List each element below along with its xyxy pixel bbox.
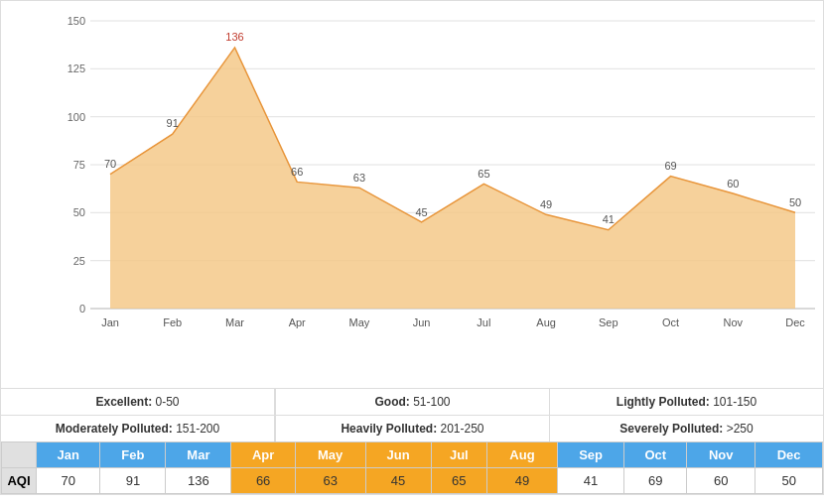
line-chart: 150 125 100 75 50 25 0 70 91 136 66 63 4…	[51, 11, 815, 348]
legend-good-label: Good:	[374, 395, 409, 409]
legend-excellent-label: Excellent:	[95, 395, 152, 409]
legend-good: Good: 51-100	[275, 389, 550, 415]
legend-severely-label: Severely Polluted:	[619, 422, 723, 436]
table-header-mar: Mar	[166, 442, 231, 468]
table-header-nov: Nov	[687, 442, 755, 468]
chart-area: 150 125 100 75 50 25 0 70 91 136 66 63 4…	[1, 1, 823, 388]
svg-text:66: 66	[291, 166, 303, 178]
svg-text:Jun: Jun	[413, 316, 431, 328]
table-header-jul: Jul	[431, 442, 487, 468]
svg-text:May: May	[349, 316, 370, 328]
legend-moderately-range: 151-200	[176, 422, 219, 436]
svg-text:150: 150	[68, 15, 85, 27]
legend-excellent-range: 0-50	[156, 395, 180, 409]
table-value-sep: 41	[557, 468, 624, 494]
svg-text:Nov: Nov	[724, 316, 744, 328]
svg-text:Feb: Feb	[163, 316, 182, 328]
table-value-apr: 66	[231, 468, 295, 494]
table-value-dec: 50	[755, 468, 823, 494]
svg-text:65: 65	[478, 168, 489, 180]
table-value-nov: 60	[687, 468, 755, 494]
svg-text:63: 63	[353, 172, 365, 184]
table-aqi-label: AQI	[2, 468, 37, 494]
svg-text:49: 49	[540, 198, 552, 210]
table-value-feb: 91	[100, 468, 166, 494]
table-header-feb: Feb	[100, 442, 166, 468]
svg-text:45: 45	[415, 206, 427, 218]
legend-lightly: Lightly Polluted: 101-150	[550, 389, 823, 415]
svg-text:Jul: Jul	[477, 316, 490, 328]
table-value-oct: 69	[624, 468, 687, 494]
svg-text:75: 75	[73, 159, 85, 171]
table-header-jan: Jan	[37, 442, 100, 468]
svg-text:136: 136	[225, 31, 243, 43]
table-header-may: May	[295, 442, 365, 468]
table-header-dec: Dec	[755, 442, 823, 468]
legend-row-1: Excellent: 0-50 Good: 51-100 Lightly Pol…	[1, 388, 823, 415]
table-header-row: Jan Feb Mar Apr May Jun Jul Aug Sep Oct …	[2, 442, 823, 468]
table-value-jun: 45	[365, 468, 431, 494]
svg-text:Apr: Apr	[289, 316, 306, 328]
table-header-aug: Aug	[487, 442, 558, 468]
table-value-may: 63	[295, 468, 365, 494]
legend-lightly-label: Lightly Polluted:	[617, 395, 710, 409]
chart-fill	[110, 48, 795, 309]
svg-text:125: 125	[68, 63, 85, 74]
table-value-jul: 65	[431, 468, 487, 494]
table-value-mar: 136	[166, 468, 231, 494]
main-container: 150 125 100 75 50 25 0 70 91 136 66 63 4…	[0, 0, 824, 495]
table-header-jun: Jun	[365, 442, 431, 468]
table-data-row: AQI 70 91 136 66 63 45 65 49 41 69 60 50	[2, 468, 823, 494]
svg-text:100: 100	[68, 111, 85, 123]
svg-text:25: 25	[73, 255, 85, 267]
svg-text:Dec: Dec	[785, 316, 805, 328]
legend-severely: Severely Polluted: >250	[550, 416, 823, 441]
table-header-apr: Apr	[231, 442, 295, 468]
svg-text:Jan: Jan	[101, 316, 119, 328]
svg-text:Oct: Oct	[662, 316, 679, 328]
legend-heavily: Heavily Polluted: 201-250	[275, 416, 550, 441]
svg-text:41: 41	[603, 213, 615, 225]
legend-excellent: Excellent: 0-50	[1, 389, 275, 415]
svg-text:Mar: Mar	[225, 316, 244, 328]
legend-moderately-label: Moderately Polluted:	[56, 422, 173, 436]
svg-text:91: 91	[167, 117, 179, 129]
svg-text:69: 69	[664, 160, 676, 172]
svg-text:50: 50	[73, 206, 85, 218]
legend-heavily-label: Heavily Polluted:	[341, 422, 437, 436]
legend-row-2: Moderately Polluted: 151-200 Heavily Pol…	[1, 415, 823, 441]
svg-text:60: 60	[727, 178, 739, 189]
svg-text:Aug: Aug	[536, 316, 556, 328]
table-value-jan: 70	[37, 468, 100, 494]
table-value-aug: 49	[487, 468, 558, 494]
svg-text:0: 0	[79, 303, 85, 315]
table-corner	[2, 442, 37, 468]
table-header-sep: Sep	[557, 442, 624, 468]
legend-good-range: 51-100	[413, 395, 450, 409]
legend-lightly-range: 101-150	[713, 395, 756, 409]
data-table: Jan Feb Mar Apr May Jun Jul Aug Sep Oct …	[1, 441, 823, 494]
legend-moderately: Moderately Polluted: 151-200	[1, 416, 275, 441]
legend-heavily-range: 201-250	[441, 422, 484, 436]
svg-text:Sep: Sep	[599, 316, 618, 328]
svg-text:70: 70	[104, 158, 116, 170]
legend-severely-range: >250	[727, 422, 754, 436]
table-header-oct: Oct	[624, 442, 687, 468]
svg-text:50: 50	[789, 196, 801, 208]
